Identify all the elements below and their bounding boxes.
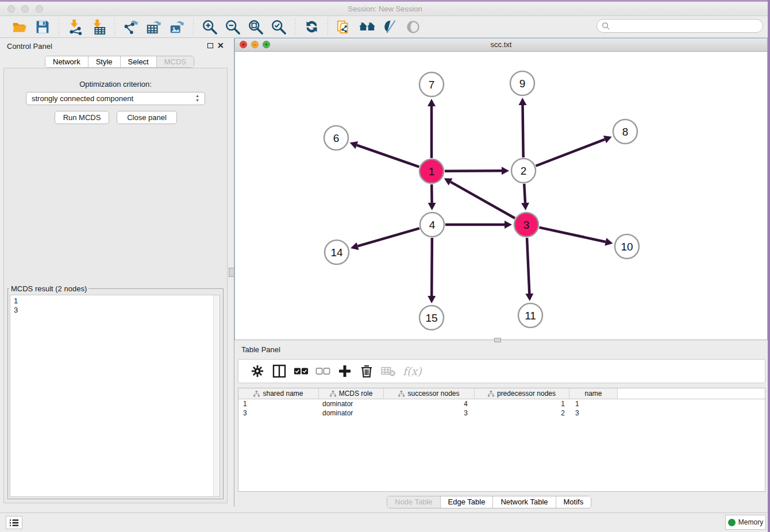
- window-close-light[interactable]: [7, 5, 15, 13]
- column-header-predecessor-nodes[interactable]: predecessor nodes: [475, 388, 569, 399]
- arrowhead: [505, 221, 512, 229]
- search-box[interactable]: [596, 19, 763, 33]
- window-minimize-light[interactable]: [21, 5, 29, 13]
- column-header-MCDS-role[interactable]: MCDS role: [319, 388, 384, 399]
- memory-button[interactable]: Memory: [725, 515, 766, 530]
- cell: dominator: [319, 408, 384, 418]
- toolbar-separator: [193, 18, 194, 36]
- criterion-select[interactable]: strongly connected component ▲▼: [26, 92, 205, 105]
- trash-icon: [360, 364, 373, 378]
- scrollbar[interactable]: [213, 295, 220, 496]
- node-label: 11: [525, 310, 536, 322]
- tab-network[interactable]: Network: [45, 56, 88, 67]
- cell: 1: [475, 399, 569, 408]
- node-table: shared nameMCDS rolesuccessor nodesprede…: [238, 388, 765, 492]
- birds-eye-button[interactable]: [403, 18, 423, 36]
- edge-1-2[interactable]: [445, 171, 502, 171]
- column-label: shared name: [263, 390, 303, 398]
- zoom-fit-button[interactable]: [246, 18, 265, 36]
- select-all-icon: [294, 367, 309, 375]
- splitter-handle[interactable]: [494, 338, 501, 342]
- table-header-row: shared nameMCDS rolesuccessor nodesprede…: [238, 388, 765, 399]
- window-controls[interactable]: [7, 5, 43, 15]
- import-network-button[interactable]: [66, 18, 85, 36]
- close-panel-button[interactable]: Close panel: [117, 111, 177, 124]
- export-network-button[interactable]: [121, 18, 141, 36]
- splitter-handle[interactable]: [229, 268, 234, 277]
- delete-table-button[interactable]: [380, 363, 397, 380]
- float-icon[interactable]: [207, 43, 213, 48]
- edge-3-11[interactable]: [527, 238, 529, 294]
- window-titlebar[interactable]: Session: New Session: [0, 2, 770, 16]
- tab-edge-table[interactable]: Edge Table: [441, 496, 494, 508]
- edge-2-9[interactable]: [523, 105, 523, 157]
- run-mcds-button[interactable]: Run MCDS: [55, 111, 109, 124]
- zoom-selected-button[interactable]: [269, 18, 288, 36]
- table-toolbar: f(x): [238, 359, 765, 383]
- tab-node-table[interactable]: Node Table: [387, 496, 441, 508]
- add-button[interactable]: [336, 363, 353, 380]
- style-toggle-button[interactable]: [380, 18, 400, 36]
- view-minimize-light[interactable]: −: [251, 41, 259, 48]
- save-session-button[interactable]: [33, 18, 52, 36]
- mcds-result-lines: 13: [14, 296, 220, 315]
- export-table-icon: [146, 19, 162, 35]
- node-label: 15: [425, 312, 437, 324]
- zoom-out-button[interactable]: [223, 18, 242, 36]
- close-icon[interactable]: ✕: [217, 41, 224, 50]
- network-graph-canvas[interactable]: 7968124314101511: [235, 52, 767, 340]
- cell: dominator: [319, 399, 384, 408]
- arrowhead: [428, 203, 436, 210]
- edge-4-14[interactable]: [358, 228, 419, 246]
- home-button[interactable]: [357, 18, 377, 36]
- tab-select[interactable]: Select: [121, 56, 157, 67]
- column-header-shared-name[interactable]: shared name: [238, 388, 319, 399]
- network-window-titlebar[interactable]: × − + scc.txt: [235, 38, 767, 52]
- toggle-columns-button[interactable]: [271, 363, 288, 380]
- open-file-button[interactable]: [10, 18, 29, 36]
- export-image-button[interactable]: [167, 18, 187, 36]
- edge-1-6[interactable]: [357, 145, 419, 167]
- table-row[interactable]: 3dominator323: [238, 408, 765, 418]
- tab-style[interactable]: Style: [88, 56, 121, 67]
- tab-motifs[interactable]: Motifs: [556, 496, 591, 508]
- table-settings-button[interactable]: [249, 363, 266, 380]
- import-table-button[interactable]: [88, 18, 108, 36]
- search-input[interactable]: [610, 20, 763, 32]
- column-label: successor nodes: [407, 390, 459, 398]
- edge-3-1[interactable]: [451, 182, 515, 218]
- window-zoom-light[interactable]: [36, 5, 43, 13]
- clone-network-button[interactable]: [334, 18, 354, 36]
- export-table-button[interactable]: [144, 18, 164, 36]
- mcds-result-text[interactable]: 13: [10, 295, 220, 497]
- toolbar-separator: [295, 18, 295, 36]
- control-panel-title: Control Panel: [7, 42, 52, 51]
- eye-icon: [406, 20, 421, 34]
- import-network-icon: [67, 19, 83, 35]
- column-header-name[interactable]: name: [569, 388, 618, 399]
- view-zoom-light[interactable]: +: [263, 41, 270, 48]
- select-all-button[interactable]: [292, 363, 310, 380]
- node-label: 2: [521, 165, 527, 177]
- stepper-icon: ▲▼: [194, 94, 201, 103]
- view-close-light[interactable]: ×: [240, 41, 247, 48]
- tab-mcds[interactable]: MCDS: [157, 56, 194, 67]
- edge-4-15[interactable]: [432, 238, 432, 296]
- table-row[interactable]: 1dominator411: [238, 399, 765, 408]
- result-line: 1: [14, 296, 220, 306]
- edge-3-10[interactable]: [539, 228, 605, 242]
- edge-2-3[interactable]: [524, 184, 525, 203]
- table-body: 1dominator4113dominator323: [238, 399, 765, 418]
- table-panel-header: Table Panel ✕: [234, 341, 768, 356]
- zoom-fit-icon: [248, 19, 264, 35]
- edge-2-8[interactable]: [536, 140, 605, 166]
- delete-button[interactable]: [358, 363, 375, 380]
- column-header-successor-nodes[interactable]: successor nodes: [384, 388, 475, 399]
- deselect-all-button[interactable]: [314, 363, 332, 380]
- function-builder-button[interactable]: f(x): [403, 365, 422, 377]
- tab-network-table[interactable]: Network Table: [493, 496, 556, 508]
- zoom-in-button[interactable]: [200, 18, 220, 36]
- apply-layout-button[interactable]: [302, 18, 321, 36]
- arrowhead: [351, 242, 359, 250]
- task-history-button[interactable]: [6, 516, 22, 529]
